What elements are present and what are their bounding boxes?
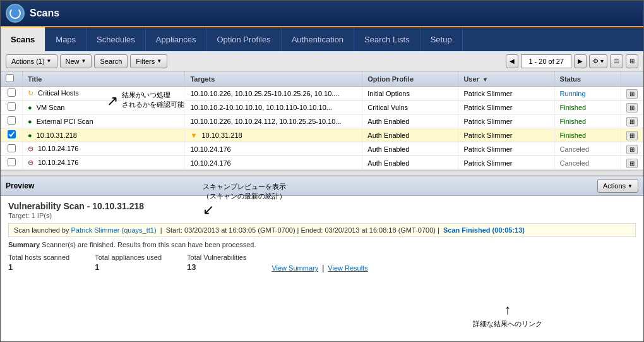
row-targets-text: 10.10.10.226, 10.10.24.112, 10.10.25.25-… (190, 118, 341, 125)
col-header-title[interactable]: Title (23, 71, 185, 87)
view-results-link[interactable]: View Results (328, 264, 367, 272)
row-profile: Initial Options (362, 87, 458, 101)
row-user: Patrick Slimmer (458, 101, 554, 114)
summary-label: Summary (8, 241, 40, 248)
actions-button[interactable]: Actions (1) ▼ (6, 54, 57, 68)
filters-arrow-icon: ▼ (157, 58, 162, 64)
new-button[interactable]: New ▼ (60, 54, 92, 68)
row-checkbox-cell[interactable] (1, 101, 23, 114)
view-links: View Summary | View Results (271, 264, 367, 272)
row-checkbox-cell[interactable] (1, 114, 23, 128)
row-user: Patrick Slimmer (458, 114, 554, 128)
row-action-button[interactable]: ⊞ (626, 159, 638, 168)
preview-body: Vulnerability Scan - 10.10.31.218 Target… (1, 196, 643, 341)
stat-hosts-value: 1 (8, 262, 69, 272)
col-header-check[interactable] (1, 71, 23, 87)
row-expand-icon[interactable]: ▼ (190, 131, 197, 139)
row-action-button[interactable]: ⊞ (626, 89, 638, 99)
stat-hosts-label: Total hosts scanned (8, 253, 69, 261)
table-row[interactable]: ⊖ 10.10.24.176 10.10.24.176 Auth Enabled… (1, 156, 643, 170)
row-title-text: 10.10.24.176 (38, 159, 78, 166)
row-checkbox[interactable] (8, 89, 16, 97)
scan-info-text: Scan launched by Patrick Slimmer (quays_… (14, 226, 525, 234)
preview-actions-button[interactable]: Actions ▼ (597, 179, 638, 193)
app-container: Scans Scans Maps Schedules Appliances Op… (0, 0, 644, 342)
grid-view-icon[interactable]: ⊞ (626, 54, 638, 68)
scan-table-wrapper: Title Targets Option Profile User ▼ Stat… (1, 71, 643, 171)
row-action-cell: ⊞ (621, 128, 643, 142)
preview-scan-subtitle: Target: 1 IP(s) (8, 212, 636, 219)
tab-maps[interactable]: Maps (45, 27, 86, 51)
app-title: Scans (30, 8, 59, 19)
settings-icon[interactable]: ⚙ ▾ (589, 54, 607, 68)
row-action-cell: ⊞ (621, 87, 643, 101)
row-checkbox-cell[interactable] (1, 128, 23, 142)
row-checkbox[interactable] (8, 116, 16, 125)
row-profile: Auth Enabled (362, 114, 458, 128)
preview-scan-title: Vulnerability Scan - 10.10.31.218 (8, 201, 636, 211)
scan-user-link[interactable]: Patrick Slimmer (quays_tt1) (71, 226, 157, 234)
tab-search-lists[interactable]: Search Lists (354, 27, 420, 51)
row-status: Canceled (554, 142, 621, 156)
row-status: Running (554, 87, 621, 101)
page-info: 1 - 20 of 27 (521, 54, 571, 68)
row-status-icon: ● (28, 131, 32, 139)
row-status-icon: ⊖ (28, 145, 33, 152)
row-action-button[interactable]: ⊞ (626, 145, 638, 154)
row-checkbox-cell[interactable] (1, 142, 23, 156)
summary-text: Scanner(s) are finished. Results from th… (42, 241, 256, 248)
row-action-cell: ⊞ (621, 156, 643, 170)
row-targets: 10.10.24.176 (185, 142, 362, 156)
row-action-button[interactable]: ⊞ (626, 103, 638, 113)
tab-option-profiles[interactable]: Option Profiles (206, 27, 281, 51)
view-summary-link[interactable]: View Summary (271, 264, 318, 272)
table-row[interactable]: ● VM Scan 10.10.10.2-10.10.10.10, 10.10.… (1, 101, 643, 114)
row-status: Finished (554, 128, 621, 142)
new-arrow-icon: ▼ (81, 58, 86, 64)
table-row[interactable]: ● External PCI Scan 10.10.10.226, 10.10.… (1, 114, 643, 128)
row-checkbox[interactable] (8, 130, 16, 138)
row-action-cell: ⊞ (621, 114, 643, 128)
row-status-icon: ↻ (28, 89, 33, 97)
preview-header: Preview Actions ▼ (1, 176, 643, 196)
row-targets-text: 10.10.24.176 (190, 145, 230, 153)
row-title-text: External PCI Scan (37, 118, 93, 125)
list-view-icon[interactable]: ☰ (610, 54, 623, 68)
search-button[interactable]: Search (94, 54, 128, 68)
row-title: ● 10.10.31.218 (23, 128, 185, 142)
select-all-checkbox[interactable] (6, 74, 14, 82)
prev-page-button[interactable]: ◀ (506, 54, 518, 68)
row-status-icon: ● (28, 118, 32, 125)
table-row[interactable]: ↻ Critical Hosts 10.10.10.226, 10.10.25.… (1, 87, 643, 101)
scan-finished-text: Scan Finished (00:05:13) (443, 226, 525, 234)
next-page-button[interactable]: ▶ (574, 54, 587, 68)
stat-vulns-label: Total Vulnerabilities (187, 253, 246, 261)
tab-scans[interactable]: Scans (1, 27, 45, 51)
col-header-profile[interactable]: Option Profile (362, 71, 458, 87)
table-row[interactable]: ● 10.10.31.218 ▼ 10.10.31.218 Auth Enabl… (1, 128, 643, 142)
preview-title-label: Preview (6, 181, 34, 190)
row-action-cell: ⊞ (621, 142, 643, 156)
col-header-status[interactable]: Status (554, 71, 621, 87)
filters-button[interactable]: Filters ▼ (130, 54, 167, 68)
row-user: Patrick Slimmer (458, 142, 554, 156)
tab-schedules[interactable]: Schedules (86, 27, 146, 51)
row-action-button[interactable]: ⊞ (626, 117, 638, 126)
table-row[interactable]: ⊖ 10.10.24.176 10.10.24.176 Auth Enabled… (1, 142, 643, 156)
row-targets: 10.10.10.226, 10.10.24.112, 10.10.25.25-… (185, 114, 362, 128)
stat-vulns: Total Vulnerabilities 13 (187, 253, 246, 272)
row-checkbox[interactable] (8, 144, 16, 152)
col-header-user[interactable]: User ▼ (458, 71, 554, 87)
tab-appliances[interactable]: Appliances (146, 27, 207, 51)
col-header-targets[interactable]: Targets (185, 71, 362, 87)
row-checkbox[interactable] (8, 102, 16, 111)
row-action-button[interactable]: ⊞ (626, 131, 638, 140)
tab-setup[interactable]: Setup (420, 27, 463, 51)
row-checkbox[interactable] (8, 158, 16, 166)
pagination: ◀ 1 - 20 of 27 ▶ ⚙ ▾ ☰ ⊞ (506, 54, 638, 68)
tab-authentication[interactable]: Authentication (282, 27, 354, 51)
row-user: Patrick Slimmer (458, 156, 554, 170)
row-title-text: VM Scan (37, 104, 65, 111)
row-checkbox-cell[interactable] (1, 156, 23, 170)
row-checkbox-cell[interactable] (1, 87, 23, 101)
